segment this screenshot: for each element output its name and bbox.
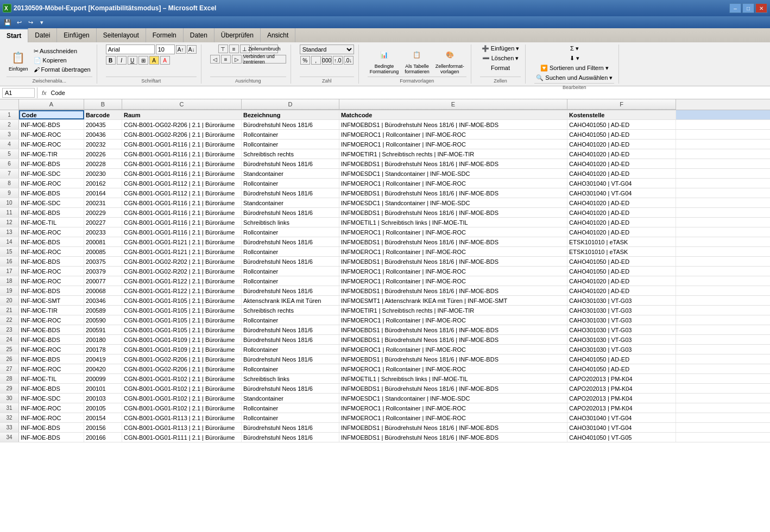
wrap-text-btn[interactable]: Zeilenumbruch (251, 45, 278, 53)
cell-f-33[interactable]: CAHO301040 | VT-G04 (567, 423, 676, 432)
cell-e-28[interactable]: INFMOETIL1 | Schreibtisch links | INF-MO… (339, 374, 567, 383)
cell-e-33[interactable]: INFMOEBDS1 | Bürodrehstuhl Neos 181/6 | … (339, 423, 567, 432)
quick-access-more[interactable]: ▾ (37, 17, 47, 27)
cell-a1[interactable]: Code (19, 110, 84, 119)
cell-a-22[interactable]: INF-MOE-ROC (19, 315, 84, 325)
tab-ueberpruefen[interactable]: Überprüfen (214, 28, 261, 42)
cell-c-11[interactable]: CGN-B001-OG01-R116 | 2.1 | Büroräume (122, 208, 242, 217)
cell-b-29[interactable]: 200101 (84, 384, 122, 393)
cell-b-11[interactable]: 200229 (84, 208, 122, 217)
cell-f-4[interactable]: CAHO401020 | AD-ED (567, 140, 676, 149)
close-button[interactable]: ✕ (755, 3, 767, 13)
cell-d-11[interactable]: Bürodrehstuhl Neos 181/6 (242, 208, 339, 217)
align-left-btn[interactable]: ◁ (210, 55, 220, 64)
cell-e-19[interactable]: INFMOEBDS1 | Bürodrehstuhl Neos 181/6 | … (339, 286, 567, 295)
cell-f-21[interactable]: CAHO301030 | VT-G03 (567, 306, 676, 315)
cell-b-32[interactable]: 200154 (84, 413, 122, 422)
cell-d-22[interactable]: Rollcontainer (242, 315, 339, 325)
border-button[interactable]: ⊞ (138, 56, 148, 65)
tab-start[interactable]: Start (0, 28, 28, 42)
cell-d-16[interactable]: Bürodrehstuhl Neos 181/6 (242, 257, 339, 266)
col-header-e[interactable]: E (339, 99, 567, 110)
cell-e-3[interactable]: INFMOEROC1 | Rollcontainer | INF-MOE-ROC (339, 130, 567, 139)
cell-c-18[interactable]: CGN-B001-OG01-R122 | 2.1 | Büroräume (122, 276, 242, 286)
cell-b-27[interactable]: 200420 (84, 364, 122, 373)
cell-e-5[interactable]: INFMOETIR1 | Schreibtisch rechts | INF-M… (339, 149, 567, 159)
cell-e-12[interactable]: INFMOETIL1 | Schreibtisch links | INF-MO… (339, 218, 567, 227)
cell-a-20[interactable]: INF-MOE-SMT (19, 296, 84, 305)
cell-a-12[interactable]: INF-MOE-TIL (19, 218, 84, 227)
cell-a-9[interactable]: INF-MOE-BDS (19, 188, 84, 198)
cell-d-30[interactable]: Standcontainer (242, 394, 339, 403)
find-select-button[interactable]: 🔍 Suchen und Auswählen ▾ (534, 74, 614, 82)
cell-b-24[interactable]: 200180 (84, 335, 122, 344)
cell-f-23[interactable]: CAHO301030 | VT-G03 (567, 325, 676, 334)
cell-b-10[interactable]: 200231 (84, 198, 122, 207)
cell-a-19[interactable]: INF-MOE-BDS (19, 286, 84, 295)
cell-d-18[interactable]: Rollcontainer (242, 276, 339, 286)
cell-reference-box[interactable] (2, 88, 35, 98)
format-cells-button[interactable]: Format (489, 64, 512, 72)
col-header-f[interactable]: F (567, 99, 676, 110)
cell-b-14[interactable]: 200081 (84, 237, 122, 246)
cell-f1[interactable]: Kostenstelle (567, 110, 676, 119)
cell-f-9[interactable]: CAHO301040 | VT-G04 (567, 188, 676, 198)
sort-filter-button[interactable]: 🔽 Sortieren und Filtern ▾ (539, 64, 610, 72)
conditional-formatting-button[interactable]: 📊 BedingteFormatierung (368, 45, 401, 75)
tab-einfuegen[interactable]: Einfügen (57, 28, 96, 42)
col-header-a[interactable]: A (19, 99, 84, 110)
cell-c-2[interactable]: CGN-B001-OG02-R206 | 2.1 | Büroräume (122, 120, 242, 129)
cell-f-6[interactable]: CAHO401020 | AD-ED (567, 159, 676, 168)
cell-c-17[interactable]: CGN-B001-OG02-R202 | 2.1 | Büroräume (122, 267, 242, 276)
cell-d-3[interactable]: Rollcontainer (242, 130, 339, 139)
cell-e-14[interactable]: INFMOEBDS1 | Bürodrehstuhl Neos 181/6 | … (339, 237, 567, 246)
cell-d-10[interactable]: Standcontainer (242, 198, 339, 207)
cell-f-8[interactable]: CAHO301040 | VT-G04 (567, 179, 676, 188)
cell-b-21[interactable]: 200589 (84, 306, 122, 315)
tab-ansicht[interactable]: Ansicht (261, 28, 295, 42)
cell-e-20[interactable]: INFMOESMT1 | Aktenschrank IKEA mit Türen… (339, 296, 567, 305)
cell-b-7[interactable]: 200230 (84, 169, 122, 178)
cell-d-19[interactable]: Bürodrehstuhl Neos 181/6 (242, 286, 339, 295)
cell-b-23[interactable]: 200591 (84, 325, 122, 334)
cell-f-32[interactable]: CAHO301040 | VT-G04 (567, 413, 676, 422)
cell-a-30[interactable]: INF-MOE-SDC (19, 394, 84, 403)
align-top-btn[interactable]: ⊤ (218, 45, 228, 53)
cell-c-32[interactable]: CGN-B001-OG01-R113 | 2.1 | Büroräume (122, 413, 242, 422)
cell-d-27[interactable]: Rollcontainer (242, 364, 339, 373)
cell-d-20[interactable]: Aktenschrank IKEA mit Türen (242, 296, 339, 305)
cell-d-32[interactable]: Rollcontainer (242, 413, 339, 422)
cell-c-20[interactable]: CGN-B001-OG01-R105 | 2.1 | Büroräume (122, 296, 242, 305)
cell-b-20[interactable]: 200346 (84, 296, 122, 305)
delete-cells-button[interactable]: ➖ Löschen ▾ (481, 54, 521, 62)
cell-c-22[interactable]: CGN-B001-OG01-R105 | 2.1 | Büroräume (122, 315, 242, 325)
cell-a-28[interactable]: INF-MOE-TIL (19, 374, 84, 383)
font-color-button[interactable]: A (160, 56, 170, 65)
cell-c-33[interactable]: CGN-B001-OG01-R113 | 2.1 | Büroräume (122, 423, 242, 432)
cell-f-13[interactable]: CAHO401020 | AD-ED (567, 227, 676, 237)
cell-b-19[interactable]: 200068 (84, 286, 122, 295)
cell-a-26[interactable]: INF-MOE-BDS (19, 354, 84, 364)
cell-e-21[interactable]: INFMOETIR1 | Schreibtisch rechts | INF-M… (339, 306, 567, 315)
cell-c1[interactable]: Raum (122, 110, 242, 119)
cell-d-33[interactable]: Bürodrehstuhl Neos 181/6 (242, 423, 339, 432)
cell-f-12[interactable]: CAHO401020 | AD-ED (567, 218, 676, 227)
cell-c-31[interactable]: CGN-B001-OG01-R102 | 2.1 | Büroräume (122, 403, 242, 413)
cell-f-20[interactable]: CAHO301030 | VT-G03 (567, 296, 676, 305)
cell-e-2[interactable]: INFMOEBDS1 | Bürodrehstuhl Neos 181/6 | … (339, 120, 567, 129)
cell-b-30[interactable]: 200103 (84, 394, 122, 403)
cell-f-3[interactable]: CAHO401050 | AD-ED (567, 130, 676, 139)
cell-c-29[interactable]: CGN-B001-OG01-R102 | 2.1 | Büroräume (122, 384, 242, 393)
format-painter-button[interactable]: 🖌 Format übertragen (32, 66, 92, 73)
cell-a-24[interactable]: INF-MOE-BDS (19, 335, 84, 344)
cell-f-16[interactable]: CAHO401050 | AD-ED (567, 257, 676, 266)
cell-a-2[interactable]: INF-MOE-BDS (19, 120, 84, 129)
cell-f-30[interactable]: CAPO202013 | PM-K04 (567, 394, 676, 403)
cell-f-34[interactable]: CAHO401050 | VT-G05 (567, 433, 676, 442)
cell-d-12[interactable]: Schreibtisch links (242, 218, 339, 227)
cell-d-4[interactable]: Rollcontainer (242, 140, 339, 149)
cell-a-34[interactable]: INF-MOE-BDS (19, 433, 84, 442)
cell-a-13[interactable]: INF-MOE-ROC (19, 227, 84, 237)
cell-c-8[interactable]: CGN-B001-OG01-R112 | 2.1 | Büroräume (122, 179, 242, 188)
cell-c-23[interactable]: CGN-B001-OG01-R105 | 2.1 | Büroräume (122, 325, 242, 334)
